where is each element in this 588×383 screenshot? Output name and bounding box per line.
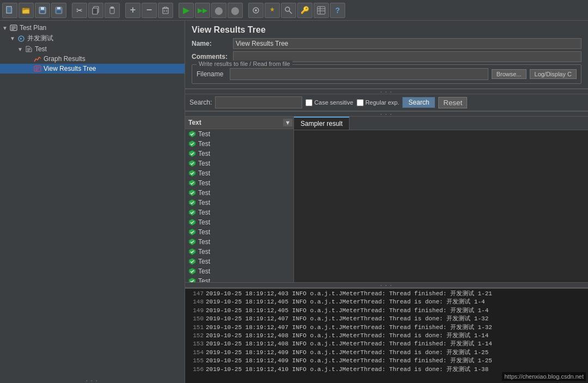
log-line: 1522019-10-25 18:19:12,408 INFO o.a.j.t.… bbox=[187, 332, 586, 340]
result-item[interactable]: Test bbox=[185, 266, 293, 276]
log-num: 152 bbox=[187, 332, 204, 340]
clear-button[interactable] bbox=[158, 3, 173, 18]
log-text: 2019-10-25 18:19:12,405 INFO o.a.j.t.JMe… bbox=[206, 307, 488, 315]
col-header-dropdown[interactable]: ▼ bbox=[283, 119, 292, 126]
log-text: 2019-10-25 18:19:12,405 INFO o.a.j.t.JMe… bbox=[206, 298, 485, 306]
result-item-label: Test bbox=[198, 169, 210, 177]
log-text: 2019-10-25 18:19:12,409 INFO o.a.j.t.JMe… bbox=[206, 349, 488, 357]
filename-input[interactable] bbox=[230, 68, 488, 80]
tree-item-icon bbox=[17, 35, 25, 42]
result-item[interactable]: Test bbox=[185, 217, 293, 227]
filename-row: Filename Browse... Log/Display C bbox=[197, 68, 577, 80]
tools2-button[interactable] bbox=[265, 3, 280, 18]
log-num: 147 bbox=[187, 290, 204, 298]
collapse-handle-mid[interactable]: • • • bbox=[185, 111, 588, 117]
tree-item-test-plan[interactable]: ▼ Test Plan bbox=[0, 23, 185, 33]
tree-item-graph-results[interactable]: Graph Results bbox=[0, 54, 185, 64]
col-header-text: Text bbox=[186, 118, 283, 127]
result-item[interactable]: Test bbox=[185, 227, 293, 237]
result-item[interactable]: Test bbox=[185, 276, 293, 282]
result-item[interactable]: Test bbox=[185, 208, 293, 217]
results-list-items: Test Test Test Test Test Test bbox=[185, 129, 293, 282]
search-button[interactable]: Search bbox=[402, 97, 435, 108]
log-text: 2019-10-25 18:19:12,408 INFO o.a.j.t.JMe… bbox=[206, 340, 492, 348]
result-item[interactable]: Test bbox=[185, 168, 293, 178]
log-line: 1482019-10-25 18:19:12,405 INFO o.a.j.t.… bbox=[187, 298, 586, 306]
success-icon bbox=[188, 228, 196, 236]
tree-item-test[interactable]: ▼ Test bbox=[0, 44, 185, 54]
result-item-label: Test bbox=[198, 238, 210, 246]
copy-button[interactable] bbox=[88, 3, 103, 18]
tree-item-thread-group[interactable]: ▼ 并发测试 bbox=[0, 33, 185, 44]
search-tools-button[interactable] bbox=[281, 3, 296, 18]
log-display-button[interactable]: Log/Display C bbox=[530, 69, 577, 79]
regular-exp-checkbox[interactable] bbox=[357, 99, 364, 106]
log-line: 1552019-10-25 18:19:12,409 INFO o.a.j.t.… bbox=[187, 357, 586, 365]
success-icon bbox=[188, 130, 196, 138]
success-icon bbox=[188, 179, 196, 187]
svg-rect-14 bbox=[111, 7, 114, 9]
help-button[interactable]: ? bbox=[330, 3, 345, 18]
new-button[interactable] bbox=[2, 3, 17, 18]
tree-item-icon bbox=[10, 24, 17, 32]
stop-button[interactable]: ⬤ bbox=[211, 3, 226, 18]
key-button[interactable]: 🔑 bbox=[297, 3, 313, 18]
result-item[interactable]: Test bbox=[185, 139, 293, 149]
result-item[interactable]: Test bbox=[185, 237, 293, 247]
regular-exp-label: Regular exp. bbox=[357, 99, 399, 106]
log-num: 151 bbox=[187, 324, 204, 332]
success-icon bbox=[188, 238, 196, 246]
result-item-label: Test bbox=[198, 130, 210, 138]
result-item-label: Test bbox=[198, 258, 210, 265]
collapse-handle-top[interactable]: • • • bbox=[185, 89, 588, 94]
add-button[interactable]: + bbox=[125, 3, 140, 18]
left-panel: ▼ Test Plan ▼ 并发测试 ▼ Test bbox=[0, 21, 185, 383]
log-text: 2019-10-25 18:19:12,407 INFO o.a.j.t.JMe… bbox=[206, 324, 492, 332]
name-input[interactable] bbox=[233, 38, 581, 49]
tools1-button[interactable] bbox=[248, 3, 264, 18]
tree-area: ▼ Test Plan ▼ 并发测试 ▼ Test bbox=[0, 21, 185, 378]
log-num: 156 bbox=[187, 366, 204, 374]
cut-button[interactable]: ✂ bbox=[72, 3, 87, 18]
result-item-label: Test bbox=[198, 277, 210, 282]
collapse-handle-bottom[interactable]: • • • bbox=[185, 282, 588, 288]
result-item[interactable]: Test bbox=[185, 257, 293, 266]
remove-button[interactable]: − bbox=[142, 3, 157, 18]
log-num: 155 bbox=[187, 357, 204, 365]
paste-button[interactable] bbox=[105, 3, 120, 18]
result-item[interactable]: Test bbox=[185, 129, 293, 139]
svg-rect-9 bbox=[57, 7, 60, 9]
result-item-label: Test bbox=[198, 248, 210, 256]
log-num: 153 bbox=[187, 340, 204, 348]
tree-item-label: Test bbox=[35, 45, 47, 53]
result-item[interactable]: Test bbox=[185, 159, 293, 168]
success-icon bbox=[188, 199, 196, 206]
log-line: 1542019-10-25 18:19:12,409 INFO o.a.j.t.… bbox=[187, 349, 586, 357]
run-no-pause-button[interactable]: ▶▶ bbox=[195, 3, 210, 18]
browse-button[interactable]: Browse... bbox=[492, 69, 526, 79]
result-item[interactable]: Test bbox=[185, 198, 293, 208]
result-item[interactable]: Test bbox=[185, 247, 293, 257]
tab-sampler-result[interactable]: Sampler result bbox=[294, 117, 350, 130]
open-button[interactable] bbox=[19, 3, 34, 18]
log-text: 2019-10-25 18:19:12,403 INFO o.a.j.t.JMe… bbox=[206, 290, 492, 298]
result-item-label: Test bbox=[198, 218, 210, 226]
name-label: Name: bbox=[192, 40, 230, 47]
comments-label: Comments: bbox=[192, 53, 230, 60]
result-item[interactable]: Test bbox=[185, 188, 293, 198]
log-panel: 1472019-10-25 18:19:12,403 INFO o.a.j.t.… bbox=[185, 288, 588, 383]
save-as-button[interactable] bbox=[35, 3, 50, 18]
tree-item-view-results-tree[interactable]: View Results Tree bbox=[0, 64, 185, 74]
result-item[interactable]: Test bbox=[185, 178, 293, 188]
case-sensitive-checkbox[interactable] bbox=[305, 99, 313, 106]
reset-button[interactable]: Reset bbox=[438, 97, 467, 108]
result-item[interactable]: Test bbox=[185, 149, 293, 159]
results-split: Text ▼ Test Test Test Test bbox=[185, 117, 588, 282]
shutdown-button[interactable]: ⬤ bbox=[228, 3, 243, 18]
search-input[interactable] bbox=[215, 96, 302, 108]
run-button[interactable]: ▶ bbox=[179, 3, 194, 18]
save-button[interactable] bbox=[51, 3, 66, 18]
log-text: 2019-10-25 18:19:12,410 INFO o.a.j.t.JMe… bbox=[206, 366, 488, 374]
table-button[interactable] bbox=[314, 3, 329, 18]
svg-point-20 bbox=[285, 7, 290, 11]
